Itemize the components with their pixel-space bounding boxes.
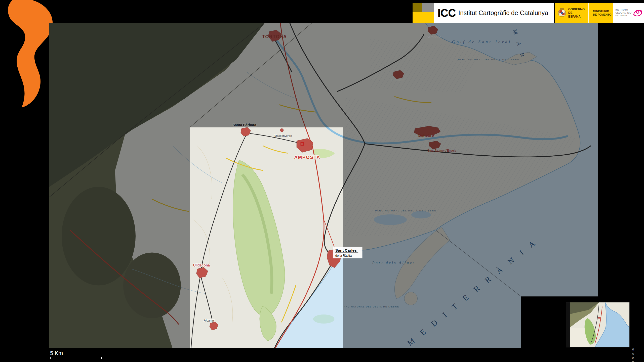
ign-logo-icon (633, 9, 643, 17)
icc-full-name: Institut Cartogràfic de Catalunya (458, 9, 548, 17)
viewport: ICC Institut Cartogràfic de Catalunya GO… (0, 0, 644, 362)
ign-block[interactable]: INSTITUTO GEOGRÁFICO NACIONAL (613, 3, 644, 23)
logo-square-gray (422, 3, 434, 12)
label-alcanar: Alcanar (204, 319, 214, 322)
ign-line1: INSTITUTO (615, 9, 631, 12)
logo-square-yellow (413, 12, 434, 23)
minimap-content (570, 302, 629, 347)
overview-minimap[interactable] (566, 302, 629, 347)
label-amposta: AMPOSTA (294, 155, 320, 160)
icc-abbreviation: ICC (437, 7, 456, 19)
icc-logo-squares[interactable] (413, 3, 434, 23)
sheet-tooltip[interactable]: Sant Carles de la Ràpita (333, 247, 363, 258)
vertical-label: MAPS (631, 348, 635, 362)
ign-line2: GEOGRÁFICO (615, 12, 631, 15)
ministerio-line1: MINISTERIO (593, 10, 611, 13)
gobierno-line1: GOBIERNO (568, 8, 585, 11)
ministerio-line2: DE FOMENTO (593, 13, 611, 17)
map-canvas[interactable]: TORTOSA l'Ampolla Golf de Sant Jordi PAR… (49, 23, 598, 348)
ministerio-block[interactable]: MINISTERIO DE FOMENTO (589, 3, 613, 23)
label-sant-carles-2: de la Ràpita (335, 254, 352, 257)
scale-bar: 5 Km (50, 350, 102, 358)
spain-coat-of-arms-icon (558, 8, 566, 18)
gobierno-line2: DE ESPAÑA (568, 11, 585, 18)
icc-title-band[interactable]: ICC Institut Cartogràfic de Catalunya (434, 3, 554, 23)
ign-line3: NACIONAL (615, 14, 631, 17)
label-sant-carles-1: Sant Carles (335, 248, 357, 252)
label-masdenverge: Masdenverge (274, 134, 292, 137)
label-ulldecona: Ulldecona (193, 263, 210, 267)
gobierno-block[interactable]: GOBIERNO DE ESPAÑA (555, 3, 589, 23)
scale-line (50, 358, 102, 358)
logo-square-olive (413, 3, 422, 12)
header-bar: ICC Institut Cartogràfic de Catalunya GO… (413, 3, 644, 23)
scale-label: 5 Km (50, 350, 102, 356)
